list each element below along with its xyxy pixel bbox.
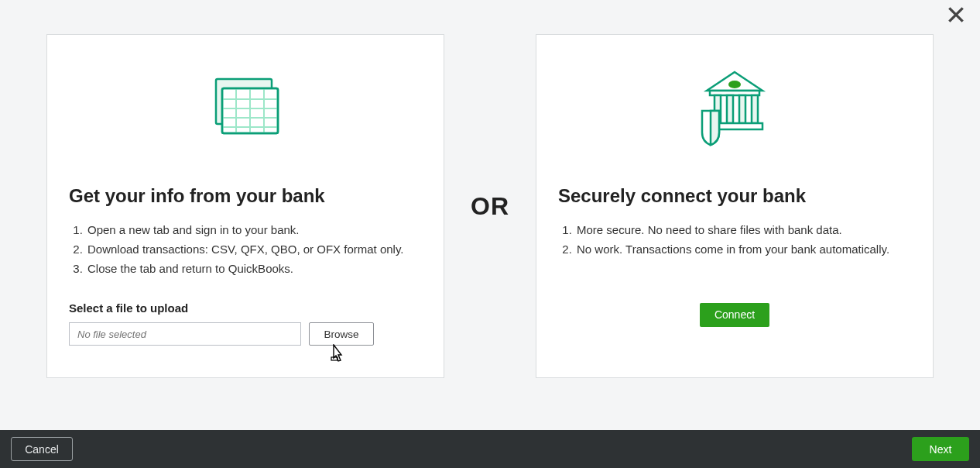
svg-rect-16 <box>727 95 733 123</box>
upload-steps-list: Open a new tab and sign in to your bank.… <box>69 221 422 278</box>
svg-rect-18 <box>752 95 758 123</box>
connect-bank-card: Securely connect your bank More secure. … <box>536 34 934 378</box>
svg-rect-17 <box>739 95 745 123</box>
svg-point-13 <box>728 81 741 88</box>
connect-step: No work. Transactions come in from your … <box>575 240 911 260</box>
connect-step: More secure. No need to share files with… <box>575 221 911 240</box>
close-button[interactable] <box>946 5 966 28</box>
cancel-button[interactable]: Cancel <box>11 437 73 461</box>
next-button[interactable]: Next <box>912 437 969 461</box>
upload-step: Close the tab and return to QuickBooks. <box>86 260 422 279</box>
or-separator: OR <box>444 34 536 378</box>
close-icon <box>946 5 966 25</box>
upload-label: Select a file to upload <box>69 301 422 315</box>
browse-button[interactable]: Browse <box>309 322 374 346</box>
upload-file-card: Get your info from your bank Open a new … <box>46 34 444 378</box>
upload-row: Browse <box>69 322 422 346</box>
upload-card-heading: Get your info from your bank <box>69 185 422 207</box>
spreadsheet-icon <box>69 67 422 148</box>
connect-card-heading: Securely connect your bank <box>558 185 911 207</box>
footer-bar: Cancel Next <box>0 430 980 468</box>
main-scroll[interactable]: Get your info from your bank Open a new … <box>0 0 980 430</box>
file-path-input[interactable] <box>69 322 301 346</box>
connect-steps-list: More secure. No need to share files with… <box>558 221 911 260</box>
connect-button[interactable]: Connect <box>700 303 769 327</box>
options-container: Get your info from your bank Open a new … <box>0 0 980 425</box>
bank-shield-icon <box>558 67 911 148</box>
upload-step: Download transactions: CSV, QFX, QBO, or… <box>86 240 422 260</box>
upload-step: Open a new tab and sign in to your bank. <box>86 221 422 240</box>
